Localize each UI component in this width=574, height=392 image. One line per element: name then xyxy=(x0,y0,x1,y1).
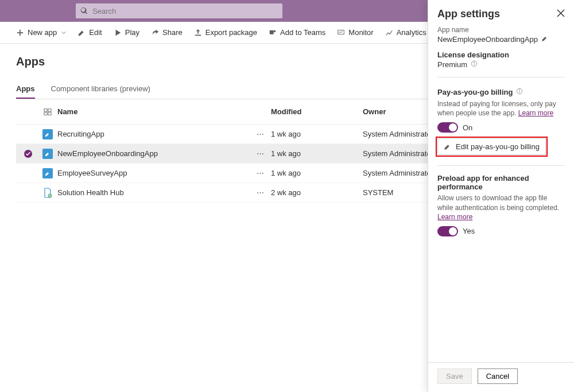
row-more-button[interactable]: ⋯ xyxy=(250,149,271,158)
play-label: Play xyxy=(125,28,139,37)
payg-description: Instead of paying for licenses, only pay… xyxy=(437,99,565,118)
row-modified: 1 wk ago xyxy=(271,169,363,177)
pencil-icon xyxy=(444,143,451,150)
monitor-button[interactable]: Monitor xyxy=(332,26,378,39)
svg-rect-8 xyxy=(48,108,51,111)
share-label: Share xyxy=(162,28,183,37)
panel-footer: Save Cancel xyxy=(428,362,574,392)
teams-icon xyxy=(269,29,277,37)
svg-rect-9 xyxy=(44,112,47,114)
canvas-app-icon xyxy=(42,168,53,178)
edit-app-name-button[interactable] xyxy=(541,35,548,44)
add-to-teams-button[interactable]: Add to Teams xyxy=(264,26,330,39)
column-name[interactable]: Name xyxy=(55,107,250,116)
svg-point-4 xyxy=(274,30,276,32)
svg-rect-5 xyxy=(338,30,344,34)
license-info-icon[interactable] xyxy=(471,60,478,69)
svg-point-18 xyxy=(519,90,520,90)
payg-toggle[interactable] xyxy=(437,122,458,133)
close-icon xyxy=(557,9,565,17)
play-icon xyxy=(114,29,122,37)
panel-title: App settings xyxy=(437,8,500,20)
license-label: License designation xyxy=(437,51,565,59)
row-modified: 1 wk ago xyxy=(271,130,363,138)
preload-title: Preload app for enhanced performance xyxy=(437,174,565,191)
edit-payg-billing-button[interactable]: Edit pay-as-you-go billing xyxy=(437,138,546,155)
row-name[interactable]: Solution Health Hub xyxy=(55,188,250,197)
plus-icon xyxy=(16,29,24,37)
edit-label: Edit xyxy=(89,28,102,37)
app-settings-panel: App settings App name NewEmployeeOnboard… xyxy=(428,0,574,392)
tab-apps[interactable]: Apps xyxy=(16,80,35,99)
export-button[interactable]: Export package xyxy=(189,26,262,39)
row-more-button[interactable]: ⋯ xyxy=(250,188,271,197)
preload-description: Allow users to download the app file whi… xyxy=(437,193,565,222)
canvas-app-icon xyxy=(42,149,53,159)
new-app-button[interactable]: New app xyxy=(11,26,71,39)
save-button: Save xyxy=(437,368,472,384)
row-more-button[interactable]: ⋯ xyxy=(250,130,271,138)
pencil-icon xyxy=(77,29,86,37)
preload-toggle[interactable] xyxy=(437,226,458,236)
chevron-down-icon xyxy=(61,30,66,35)
cancel-button[interactable]: Cancel xyxy=(478,368,518,384)
preload-learn-more-link[interactable]: Learn more xyxy=(437,213,472,221)
canvas-app-icon xyxy=(42,129,53,139)
row-name[interactable]: NewEmployeeOnboardingApp xyxy=(55,149,250,158)
license-value: Premium xyxy=(437,60,467,69)
search-icon xyxy=(80,7,88,15)
payg-info-icon[interactable] xyxy=(516,87,523,97)
svg-rect-7 xyxy=(44,108,47,111)
payg-toggle-label: On xyxy=(463,123,472,132)
close-button[interactable] xyxy=(557,9,565,20)
app-name-value: NewEmployeeOnboardingApp xyxy=(437,35,538,44)
column-modified[interactable]: Modified xyxy=(271,107,363,116)
document-icon xyxy=(43,188,52,198)
edit-payg-label: Edit pay-as-you-go billing xyxy=(456,142,540,151)
row-more-button[interactable]: ⋯ xyxy=(250,169,271,177)
share-button[interactable]: Share xyxy=(146,26,187,39)
preload-toggle-label: Yes xyxy=(463,227,475,235)
row-modified: 2 wk ago xyxy=(271,188,363,197)
row-modified: 1 wk ago xyxy=(271,149,363,158)
edit-button[interactable]: Edit xyxy=(73,26,106,39)
monitor-icon xyxy=(337,29,345,37)
view-options-icon[interactable] xyxy=(40,108,55,116)
search-input[interactable] xyxy=(92,7,278,15)
payg-learn-more-link[interactable]: Learn more xyxy=(518,109,553,117)
play-button[interactable]: Play xyxy=(109,26,144,39)
export-label: Export package xyxy=(205,28,257,37)
new-app-label: New app xyxy=(28,28,57,37)
row-name[interactable]: EmployeeSurveyApp xyxy=(55,169,250,177)
svg-rect-3 xyxy=(270,30,274,34)
analytics-icon xyxy=(385,29,393,37)
export-icon xyxy=(194,29,202,37)
app-name-label: App name xyxy=(437,26,565,34)
checkmark-icon xyxy=(24,149,33,158)
tab-component-libraries[interactable]: Component libraries (preview) xyxy=(51,80,150,99)
search-box[interactable] xyxy=(76,3,282,18)
row-name[interactable]: RecruitingApp xyxy=(55,130,250,138)
monitor-label: Monitor xyxy=(348,28,373,37)
teams-label: Add to Teams xyxy=(280,28,325,37)
payg-title: Pay-as-you-go billing xyxy=(437,88,513,96)
pencil-icon xyxy=(541,35,548,42)
svg-rect-10 xyxy=(48,112,51,114)
share-icon xyxy=(151,29,159,37)
svg-point-15 xyxy=(474,62,475,63)
